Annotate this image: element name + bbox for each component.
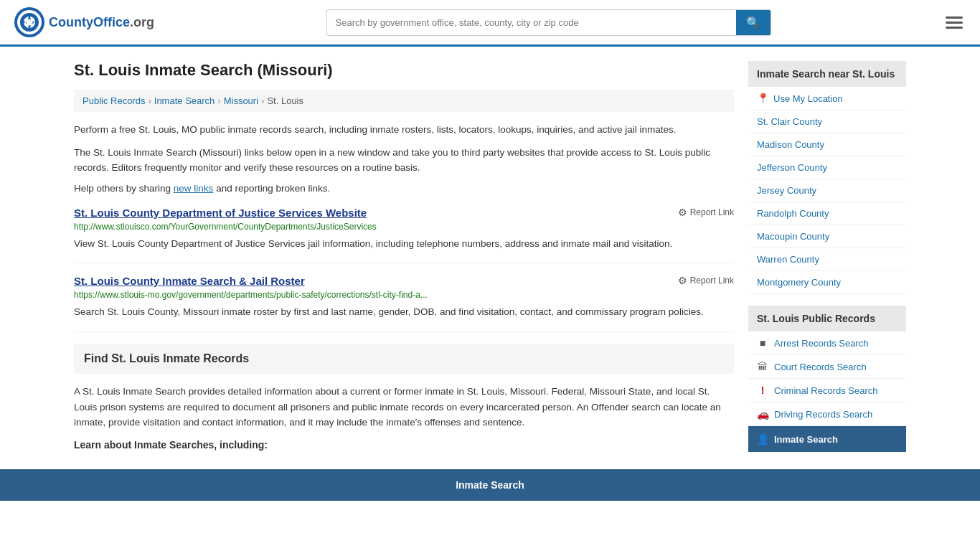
sidebar-driving-records[interactable]: 🚗 Driving Records Search [748, 402, 906, 426]
criminal-icon: ! [757, 385, 768, 396]
sidebar-item-montgomery[interactable]: Montgomery County [748, 271, 906, 294]
county-link-jefferson[interactable]: Jefferson County [757, 162, 827, 173]
arrest-icon: ■ [757, 337, 768, 349]
link-card-1-desc: View St. Louis County Department of Just… [74, 236, 734, 252]
county-link-st-clair[interactable]: St. Clair County [757, 116, 822, 127]
link-card-2-desc: Search St. Louis County, Missouri inmate… [74, 304, 734, 320]
sidebar-nearby-header: Inmate Search near St. Louis [748, 61, 906, 87]
breadcrumb-stlouis: St. Louis [267, 95, 303, 106]
link-card-2-title[interactable]: St. Louis County Inmate Search & Jail Ro… [74, 275, 305, 287]
sidebar-nearby-section: Inmate Search near St. Louis 📍 Use My Lo… [748, 61, 906, 294]
logo-county: CountyOffice [49, 15, 130, 29]
main-container: St. Louis Inmate Search (Missouri) Publi… [60, 47, 920, 455]
header: CO CountyOffice.org 🔍 [0, 0, 980, 47]
sidebar-public-records-header: St. Louis Public Records [748, 306, 906, 331]
intro-text-2: The St. Louis Inmate Search (Missouri) l… [74, 145, 734, 176]
footer-label: Inmate Search [456, 479, 524, 491]
breadcrumb-sep-3: › [261, 95, 264, 106]
breadcrumb-public-records[interactable]: Public Records [83, 95, 145, 106]
sidebar-arrest-records[interactable]: ■ Arrest Records Search [748, 331, 906, 355]
svg-text:CO: CO [24, 19, 35, 27]
breadcrumb-inmate-search[interactable]: Inmate Search [154, 95, 215, 106]
learn-title: Learn about Inmate Searches, including: [74, 439, 734, 451]
breadcrumb-missouri[interactable]: Missouri [224, 95, 258, 106]
court-icon: 🏛 [757, 361, 768, 372]
breadcrumb: Public Records › Inmate Search › Missour… [74, 90, 734, 112]
intro-text-1: Perform a free St. Louis, MO public inma… [74, 122, 734, 138]
logo-org: .org [130, 15, 154, 29]
report-icon-1: ⚙ [678, 207, 687, 218]
report-link-1[interactable]: ⚙ Report Link [678, 207, 734, 218]
content-area: St. Louis Inmate Search (Missouri) Publi… [74, 61, 734, 455]
sidebar-item-jefferson[interactable]: Jefferson County [748, 156, 906, 179]
link-card-1: St. Louis County Department of Justice S… [74, 207, 734, 264]
breadcrumb-sep-2: › [217, 95, 220, 106]
menu-button[interactable] [943, 14, 966, 32]
search-area: 🔍 [326, 9, 771, 36]
sidebar-item-madison[interactable]: Madison County [748, 133, 906, 156]
search-button[interactable]: 🔍 [736, 10, 771, 35]
page-title: St. Louis Inmate Search (Missouri) [74, 61, 734, 80]
county-link-montgomery[interactable]: Montgomery County [757, 277, 841, 288]
use-my-location-link[interactable]: Use My Location [773, 93, 843, 104]
sidebar-item-st-clair[interactable]: St. Clair County [748, 110, 906, 133]
criminal-records-link[interactable]: Criminal Records Search [774, 385, 878, 396]
new-links-link[interactable]: new links [174, 183, 214, 194]
report-link-2[interactable]: ⚙ Report Link [678, 275, 734, 286]
sidebar-inmate-search-active[interactable]: 👤 Inmate Search [748, 426, 906, 452]
find-desc: A St. Louis Inmate Search provides detai… [74, 384, 734, 430]
county-link-warren[interactable]: Warren County [757, 254, 819, 265]
report-icon-2: ⚙ [678, 275, 687, 286]
county-link-macoupin[interactable]: Macoupin County [757, 231, 829, 242]
find-section-title: Find St. Louis Inmate Records [84, 352, 724, 365]
sidebar: Inmate Search near St. Louis 📍 Use My Lo… [748, 61, 906, 455]
inmate-icon: 👤 [757, 433, 768, 445]
driving-records-link[interactable]: Driving Records Search [774, 409, 872, 420]
search-input[interactable] [327, 11, 736, 34]
county-link-jersey[interactable]: Jersey County [757, 185, 816, 196]
sidebar-item-macoupin[interactable]: Macoupin County [748, 225, 906, 248]
sidebar-criminal-records[interactable]: ! Criminal Records Search [748, 379, 906, 402]
sidebar-item-jersey[interactable]: Jersey County [748, 179, 906, 202]
logo-icon: CO [14, 7, 44, 37]
find-section: Find St. Louis Inmate Records [74, 344, 734, 374]
driving-icon: 🚗 [757, 408, 768, 420]
court-records-link[interactable]: Court Records Search [774, 362, 867, 372]
sidebar-item-warren[interactable]: Warren County [748, 248, 906, 271]
link-card-1-url: http://www.stlouisco.com/YourGovernment/… [74, 222, 734, 232]
link-card-2: St. Louis County Inmate Search & Jail Ro… [74, 275, 734, 332]
arrest-records-link[interactable]: Arrest Records Search [774, 338, 869, 349]
sidebar-public-records-section: St. Louis Public Records ■ Arrest Record… [748, 306, 906, 452]
footer-bar: Inmate Search [0, 469, 980, 501]
link-card-2-url: https://www.stlouis-mo.gov/government/de… [74, 290, 734, 300]
link-card-1-title[interactable]: St. Louis County Department of Justice S… [74, 207, 367, 219]
breadcrumb-sep-1: › [148, 95, 151, 106]
inmate-search-label: Inmate Search [774, 434, 838, 445]
logo-text: CountyOffice.org [49, 15, 154, 30]
sidebar-use-my-location[interactable]: 📍 Use My Location [748, 87, 906, 110]
logo-area: CO CountyOffice.org [14, 7, 154, 37]
sidebar-court-records[interactable]: 🏛 Court Records Search [748, 355, 906, 379]
share-text: Help others by sharing new links and rep… [74, 183, 734, 194]
county-link-madison[interactable]: Madison County [757, 139, 824, 150]
location-pin-icon: 📍 [757, 93, 769, 104]
county-link-randolph[interactable]: Randolph County [757, 208, 829, 219]
sidebar-item-randolph[interactable]: Randolph County [748, 202, 906, 225]
